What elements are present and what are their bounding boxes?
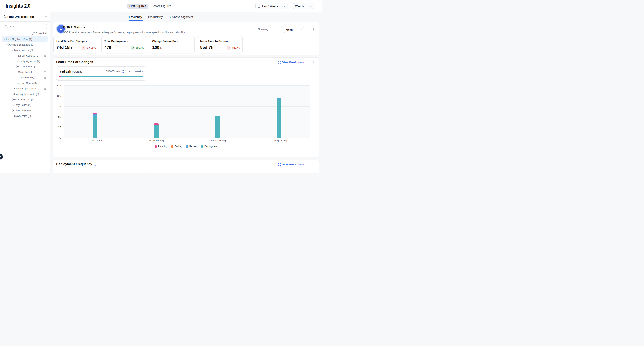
tree-item-anna-scozzafava[interactable]: Anna Scozzafava (7) (0, 42, 50, 47)
sidebar-search (3, 24, 47, 29)
legend-label: Planning (158, 145, 168, 148)
chevron-right-icon[interactable] (11, 115, 14, 117)
metric-card-lead-time-for-changes: Lead Time For Changes74d 15h↗27.56% (54, 36, 99, 54)
tree-item-label: Jason Stead (4) (14, 109, 50, 112)
tree-item-maya-yette[interactable]: Maya Yette (3) (0, 113, 50, 119)
legend-label: Deployment (204, 145, 218, 148)
chevron-right-icon[interactable] (11, 104, 14, 106)
tree-item-liz-whittome[interactable]: Liz Whittome (1) (0, 64, 50, 69)
metric-value: 85d 7h (200, 45, 214, 50)
bar-segment-review (92, 114, 97, 116)
chevron-right-icon[interactable] (11, 93, 14, 95)
stacked-bar-21-jul-27-jul (92, 113, 97, 138)
granularity-value: Weekly (295, 5, 308, 8)
tab-efficiency[interactable]: Efficiency (128, 13, 142, 21)
org-toggle-second-org-tree[interactable]: Second Org Tree (150, 4, 174, 9)
trend-up-icon: ↗ (82, 46, 86, 50)
info-icon[interactable]: i (94, 163, 96, 166)
legend-swatch (201, 145, 203, 148)
lead-time-view-breakdown[interactable]: View Breakdown (278, 61, 304, 64)
sliders-icon[interactable] (44, 55, 46, 57)
divider (149, 4, 149, 8)
tree-item-tony-pallas[interactable]: Tony Pallas (5) (0, 102, 50, 108)
metric-delta: ↗40.8% (226, 46, 240, 50)
tree-item-direct-reports[interactable]: Direct Reports ... (0, 53, 50, 58)
average-label: (Average) (72, 70, 83, 73)
tree-item-mary-lowery[interactable]: Mary Lowery (6) (0, 47, 50, 53)
tree-item-todd-bromley[interactable]: Todd Bromley (0, 75, 50, 80)
stacked-bar-28-jul-03-aug (154, 123, 158, 138)
legend-swatch (186, 145, 188, 148)
chart-legend: PlanningCodingReviewDeployment (53, 145, 319, 148)
chevron-down-icon[interactable] (11, 49, 14, 51)
dora-menu-button[interactable] (312, 28, 315, 32)
stacked-bar-11-aug-17-aug (277, 98, 282, 138)
metric-value: 74d 15h (56, 45, 72, 50)
tab-business-alignment[interactable]: Business Alignment (168, 13, 194, 21)
main-tabs: EfficiencyProductivityBusiness Alignment (0, 12, 322, 22)
metric-title: Total Deployments (104, 40, 128, 43)
info-icon[interactable]: i (94, 61, 97, 63)
tree-item-label: Mary Lowery (6) (14, 49, 50, 52)
expand-all-button[interactable]: Expand All (32, 32, 47, 35)
legend-item-planning: Planning (154, 145, 168, 148)
tree-item-direct-reports-of-a[interactable]: Direct Reports of A... (0, 86, 50, 91)
legend-item-deployment: Deployment (201, 145, 218, 148)
metric-title: Mean Time To Restore (200, 40, 228, 43)
chevron-down-icon[interactable] (7, 43, 10, 45)
chevron-right-icon[interactable] (11, 109, 14, 112)
granularity-dropdown[interactable]: Weekly (293, 3, 314, 9)
tree-item-teddy-wylupski[interactable]: Teddy Wylupski (2) (0, 58, 50, 64)
lead-time-distribution-bar (60, 76, 143, 77)
bar-segment-deployment (154, 125, 158, 138)
search-input[interactable] (9, 25, 45, 28)
tree-item-lindsay-liszewski[interactable]: Lindsay Liszewski (8) (0, 91, 50, 97)
lead-time-chart-plot (64, 85, 310, 138)
y-tick-label: 125 (54, 84, 61, 87)
chevron-right-icon[interactable] (11, 98, 14, 101)
tree-item-label: Brian Kirkland (6) (14, 98, 50, 101)
chevron-right-icon[interactable] (16, 65, 18, 68)
date-range-dropdown[interactable]: Last 4 Weeks (256, 3, 288, 9)
sliders-icon[interactable] (44, 71, 46, 73)
metric-title: Change Failure Rate (152, 40, 178, 43)
tree-item-brian-kirkland[interactable]: Brian Kirkland (6) (0, 97, 50, 102)
showing-dropdown[interactable]: Mean (284, 27, 304, 33)
legend-item-coding: Coding (171, 145, 182, 148)
y-tick-label: 50 (54, 115, 61, 118)
tree-item-first-org-tree-root[interactable]: First Org Tree Root (1) (0, 36, 50, 42)
lead-time-card: Lead Time For Changes i View Breakdown 7… (53, 58, 319, 157)
tab-productivity[interactable]: Productivity (148, 13, 163, 21)
lead-time-menu-button[interactable] (312, 61, 315, 65)
expand-icon (32, 32, 34, 35)
metric-delta: ↗3.68% (131, 46, 144, 50)
tree-item-label: Tony Pallas (5) (14, 103, 50, 106)
tree-item-label: Teddy Wylupski (2) (18, 60, 50, 63)
tree-item-scott-tarkett[interactable]: Scott Tarkett (0, 69, 50, 75)
chevron-down-icon (300, 28, 302, 31)
chevron-right-icon[interactable] (16, 60, 18, 62)
chevron-right-icon[interactable] (16, 82, 18, 84)
sliders-icon[interactable] (44, 76, 46, 79)
info-icon[interactable]: i (122, 70, 124, 73)
expand-corners-icon (278, 163, 281, 166)
tree-item-jason-coats[interactable]: Jason Coats (3) (0, 80, 50, 86)
gridline (64, 117, 310, 117)
metric-delta-value: 3.68% (136, 46, 144, 49)
chevron-down-icon[interactable] (3, 38, 6, 40)
legend-swatch (154, 145, 157, 148)
deployment-frequency-menu-button[interactable] (312, 163, 315, 167)
tree-item-label: Lindsay Liszewski (8) (14, 92, 50, 96)
org-toggle-first-org-tree[interactable]: First Org Tree (127, 4, 148, 9)
legend-item-review: Review (186, 145, 197, 148)
y-tick-label: 0 (54, 136, 61, 139)
bar-segment-deployment (92, 116, 97, 138)
deployment-frequency-view-breakdown[interactable]: View Breakdown (278, 163, 304, 166)
metric-title: Lead Time For Changes (56, 40, 87, 43)
sliders-icon[interactable] (44, 87, 46, 90)
dora-metrics-card: DORA Metrics DORA metrics measure softwa… (53, 22, 319, 55)
tree-item-label: Direct Reports of A... (14, 87, 44, 90)
deployment-frequency-title: Deployment Frequency i (56, 162, 96, 166)
tree-item-jason-stead[interactable]: Jason Stead (4) (0, 108, 50, 113)
tree-item-label: Todd Bromley (18, 76, 44, 79)
